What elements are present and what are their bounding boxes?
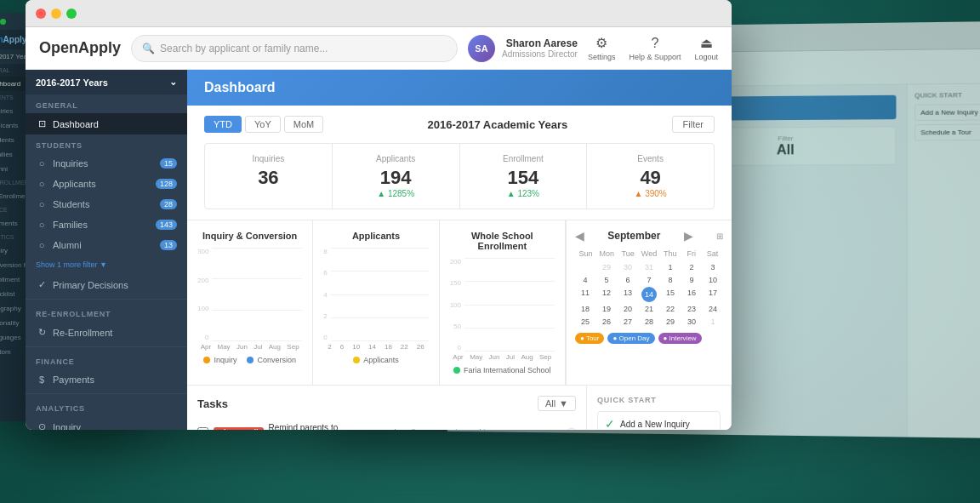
y-8: 8 <box>323 248 327 255</box>
cal-day-1-next[interactable]: 1 <box>703 316 723 328</box>
cal-day-2[interactable]: 2 <box>681 261 702 273</box>
cal-day-30-prev[interactable]: 30 <box>618 261 638 273</box>
sidebar-item-dashboard[interactable]: ⊡ Dashboard <box>26 113 187 134</box>
cal-day-4[interactable]: 4 <box>575 274 595 286</box>
cal-day-6[interactable]: 6 <box>618 274 638 286</box>
add-inquiry-btn[interactable]: ✓ Add a New Inquiry <box>597 411 721 430</box>
tasks-filter-chevron: ▼ <box>559 398 568 409</box>
cal-day-14-today[interactable]: 14 <box>641 287 657 302</box>
cal-day-empty1 <box>575 261 595 273</box>
sidebar-year[interactable]: 2016-2017 Years ⌄ <box>26 70 187 94</box>
cal-day-21[interactable]: 21 <box>639 303 659 315</box>
applicants-badge: 128 <box>156 179 177 189</box>
sidebar-item-students[interactable]: ○ Students 28 <box>26 194 187 214</box>
calendar-expand-btn[interactable]: ⊞ <box>716 231 723 241</box>
label-aug: Aug <box>269 343 281 351</box>
cal-day-26[interactable]: 26 <box>596 316 617 328</box>
calendar-prev-btn[interactable]: ◀ <box>575 229 584 243</box>
settings-nav-item[interactable]: ⚙ Settings <box>588 35 616 61</box>
cal-day-8[interactable]: 8 <box>660 274 681 286</box>
inquiry-legend: Inquiry Conversion <box>197 356 302 364</box>
search-bar[interactable]: 🔍 Search by applicant or family name... <box>131 35 458 62</box>
cal-day-15[interactable]: 15 <box>660 287 681 302</box>
sidebar-students-label: STUDENTS <box>26 134 187 153</box>
tasks-filter-dropdown[interactable]: All ▼ <box>538 396 576 411</box>
main-close-btn[interactable] <box>36 9 46 19</box>
tab-ytd[interactable]: YTD <box>204 116 242 133</box>
cal-day-9[interactable]: 9 <box>681 274 702 286</box>
cal-day-31-prev[interactable]: 31 <box>639 261 659 273</box>
cal-day-19[interactable]: 19 <box>596 303 617 315</box>
main-content: Dashboard YTD YoY MoM 2016-2017 Academic… <box>187 70 732 430</box>
cal-day-1[interactable]: 1 <box>660 261 681 273</box>
applicants-stat-value: 194 <box>343 167 449 189</box>
quick-start-title: QUICK START <box>597 396 721 404</box>
cal-day-29-prev[interactable]: 29 <box>596 261 617 273</box>
y-150: 150 <box>450 279 461 287</box>
cal-day-24[interactable]: 24 <box>703 303 723 315</box>
cal-day-16[interactable]: 16 <box>681 287 702 302</box>
filter-button[interactable]: Filter <box>672 116 715 133</box>
cal-day-13[interactable]: 13 <box>618 287 638 302</box>
task-checkbox-1[interactable] <box>197 427 208 431</box>
sidebar-item-payments[interactable]: $ Payments <box>26 369 187 390</box>
sidebar-item-reenrollment[interactable]: ↻ Re-Enrollment <box>26 322 187 343</box>
user-name: Sharon Aarese <box>502 37 578 49</box>
task-from-1[interactable]: Samuel Epelbaum <box>370 428 433 430</box>
nav-user-section: SA Sharon Aarese Admissions Director <box>468 35 578 62</box>
cal-day-22[interactable]: 22 <box>660 303 681 315</box>
cal-day-30[interactable]: 30 <box>681 316 702 328</box>
stats-toolbar: YTD YoY MoM 2016-2017 Academic Years Fil… <box>204 116 715 133</box>
stats-year-title: 2016-2017 Academic Years <box>327 118 668 131</box>
inquiry-y-axis: 300 200 100 0 <box>197 248 212 341</box>
cal-day-7[interactable]: 7 <box>639 274 659 286</box>
cal-day-10[interactable]: 10 <box>703 274 723 286</box>
logout-nav-item[interactable]: ⏏ Logout <box>694 35 718 61</box>
cal-day-12[interactable]: 12 <box>596 287 617 302</box>
inquiry-grid <box>212 248 302 341</box>
more-filter-label: Show 1 more filter ▼ <box>36 260 107 269</box>
y-100: 100 <box>450 301 461 309</box>
applicants-chart-area: 8 6 4 2 0 <box>323 248 428 341</box>
cal-day-5[interactable]: 5 <box>596 274 617 286</box>
cal-day-29[interactable]: 29 <box>660 316 681 328</box>
cal-day-25[interactable]: 25 <box>575 316 595 328</box>
sidebar-reenrollment-label: RE-ENROLLMENT <box>26 303 187 322</box>
cal-day-18[interactable]: 18 <box>575 303 595 315</box>
sidebar-item-inquiry-analytics[interactable]: ⊙ Inquiry <box>26 416 187 430</box>
cal-day-27[interactable]: 27 <box>618 316 638 328</box>
cal-day-23[interactable]: 23 <box>681 303 702 315</box>
sidebar-item-alumni[interactable]: ○ Alumni 13 <box>26 235 187 255</box>
task-info-icon-1[interactable]: ⓘ <box>567 426 576 430</box>
cal-day-11[interactable]: 11 <box>575 287 595 302</box>
label-jul: Jul <box>254 343 262 351</box>
dashboard-icon: ⊡ <box>36 118 48 129</box>
tab-yoy[interactable]: YoY <box>245 116 281 133</box>
cal-day-20[interactable]: 20 <box>618 303 638 315</box>
task-to-1[interactable]: Victor White <box>450 428 491 430</box>
cal-day-17[interactable]: 17 <box>703 287 723 302</box>
y-50: 50 <box>450 323 461 330</box>
sidebar-item-families[interactable]: ○ Families 143 <box>26 214 187 235</box>
alumni-badge: 13 <box>160 240 177 250</box>
sidebar-item-inquiries[interactable]: ○ Inquiries 15 <box>26 153 187 174</box>
help-nav-item[interactable]: ? Help & Support <box>629 36 681 61</box>
tab-mom[interactable]: MoM <box>284 116 323 133</box>
help-label: Help & Support <box>629 53 681 61</box>
y-6: 6 <box>323 269 327 277</box>
sidebar-more-filter[interactable]: Show 1 more filter ▼ <box>26 255 187 274</box>
inquiries-icon: ○ <box>36 158 48 169</box>
inquiry-x-labels: Apr May Jun Jul Aug Sep <box>197 343 302 351</box>
enrollment-legend: Faria International School <box>450 366 555 374</box>
students-icon: ○ <box>36 199 48 209</box>
calendar-next-btn[interactable]: ▶ <box>684 229 693 243</box>
conversion-legend-dot <box>247 357 254 363</box>
sidebar-item-applicants[interactable]: ○ Applicants 128 <box>26 174 187 194</box>
sidebar-item-primary-decisions[interactable]: ✓ Primary Decisions <box>26 274 187 295</box>
task-tag-1: Phone Call <box>214 427 264 430</box>
nav-actions: ⚙ Settings ? Help & Support ⏏ Logout <box>588 35 718 61</box>
main-minimize-btn[interactable] <box>51 9 61 19</box>
cal-day-28[interactable]: 28 <box>639 316 659 328</box>
main-maximize-btn[interactable] <box>66 9 77 19</box>
cal-day-3[interactable]: 3 <box>703 261 723 273</box>
